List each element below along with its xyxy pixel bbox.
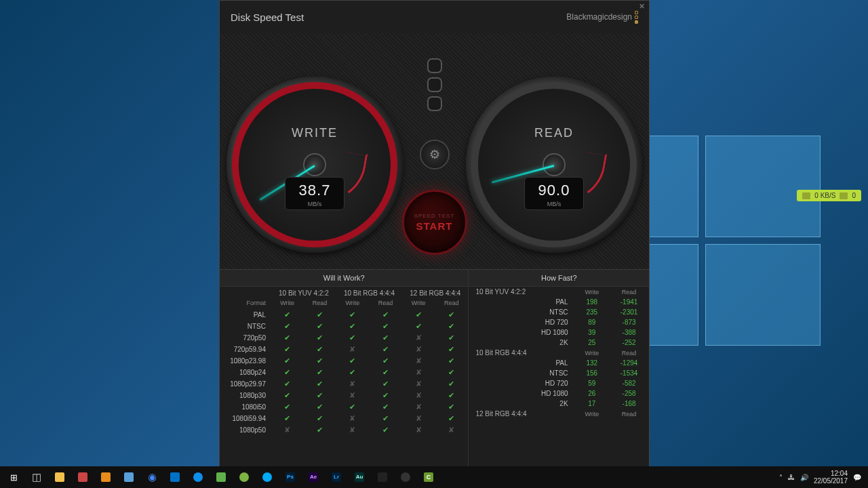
format-cell: NTSC xyxy=(469,307,574,317)
table-row: HD 72059-582 xyxy=(469,378,649,388)
network-speed-widget[interactable]: 0 KB/S 0 xyxy=(797,190,861,201)
outlook-icon[interactable] xyxy=(164,468,186,487)
settings-button[interactable]: ⚙ xyxy=(420,140,450,169)
camtasia-icon[interactable]: C xyxy=(418,468,439,487)
photoshop-icon[interactable]: Ps xyxy=(279,468,301,487)
check-icon: ✔ xyxy=(435,378,468,390)
audition-icon[interactable]: Au xyxy=(349,468,370,487)
check-icon: ✔ xyxy=(303,309,336,321)
check-icon: ✔ xyxy=(336,367,369,378)
check-icon: ✔ xyxy=(271,309,303,321)
x-icon: ✘ xyxy=(402,413,435,424)
task-view-icon[interactable]: ◫ xyxy=(26,468,47,487)
clock[interactable]: 12:04 22/05/2017 xyxy=(814,470,848,485)
check-icon: ✔ xyxy=(303,401,336,413)
check-icon: ✔ xyxy=(435,344,468,355)
table-row: HD 108039-388 xyxy=(469,327,649,338)
check-icon: ✔ xyxy=(369,413,402,424)
read-fps-cell: -388 xyxy=(609,327,649,338)
work-subheader: Read xyxy=(435,298,468,309)
read-gauge: READ 90.0 MB/s xyxy=(466,77,642,253)
work-table: 10 Bit YUV 4:2:2 10 Bit RGB 4:4:4 12 Bit… xyxy=(220,287,468,436)
check-icon: ✔ xyxy=(336,309,369,321)
table-row: 1080i59.94✔✔✘✔✘✔ xyxy=(220,413,468,424)
check-icon: ✔ xyxy=(369,401,402,413)
check-icon: ✔ xyxy=(271,413,303,424)
file-icon xyxy=(840,192,848,199)
x-icon: ✘ xyxy=(402,355,435,367)
check-icon: ✔ xyxy=(435,355,468,367)
x-icon: ✘ xyxy=(271,424,303,436)
x-icon: ✘ xyxy=(402,390,435,401)
aftereffects-icon[interactable]: Ae xyxy=(302,468,324,487)
lightroom-icon[interactable]: Lr xyxy=(326,468,347,487)
fast-group-header: 10 Bit YUV 4:2:2 xyxy=(469,287,574,297)
format-cell: 1080i50 xyxy=(220,401,271,413)
work-subheader: Write xyxy=(271,298,303,309)
start-button[interactable]: SPEED TEST START xyxy=(402,190,467,255)
read-fps-cell: -1294 xyxy=(609,358,649,368)
format-cell: 2K xyxy=(469,338,574,348)
write-fps-cell: 89 xyxy=(575,317,610,327)
check-icon: ✔ xyxy=(435,321,468,332)
app-icon[interactable] xyxy=(72,468,94,487)
will-it-work-panel: Will it Work? 10 Bit YUV 4:2:2 10 Bit RG… xyxy=(220,270,469,470)
check-icon: ✔ xyxy=(402,321,435,332)
system-tray[interactable]: ˄ 🖧 🔊 12:04 22/05/2017 💬 xyxy=(779,470,865,485)
chrome-icon[interactable]: ◉ xyxy=(141,468,163,487)
terminal-icon[interactable] xyxy=(372,468,393,487)
format-cell: 2K xyxy=(469,399,574,409)
app-header: Disk Speed Test Blackmagicdesign xyxy=(220,1,649,33)
check-icon: ✔ xyxy=(303,424,336,436)
check-icon: ✔ xyxy=(303,344,336,355)
start-small-label: SPEED TEST xyxy=(414,213,455,219)
app-icon[interactable] xyxy=(233,468,255,487)
check-icon: ✔ xyxy=(369,344,402,355)
read-fps-cell: -582 xyxy=(609,378,649,388)
fast-table: 10 Bit YUV 4:2:2WriteReadPAL198-1941NTSC… xyxy=(469,287,649,419)
format-cell: NTSC xyxy=(469,368,574,378)
results-area: Will it Work? 10 Bit YUV 4:2:2 10 Bit RG… xyxy=(220,269,649,470)
format-cell: 720p59.94 xyxy=(220,344,271,355)
disk-speed-app-icon[interactable] xyxy=(395,468,416,487)
table-row: 1080p24✔✔✔✔✘✔ xyxy=(220,367,468,378)
check-icon: ✔ xyxy=(303,321,336,332)
check-icon: ✔ xyxy=(369,424,402,436)
start-menu-button[interactable]: ⊞ xyxy=(3,468,24,487)
network-icon[interactable]: 🖧 xyxy=(788,474,795,481)
table-row: 1080i50✔✔✔✔✘✔ xyxy=(220,401,468,413)
work-group-header: 12 Bit RGB 4:4:4 xyxy=(402,287,468,298)
teamviewer-icon[interactable] xyxy=(187,468,209,487)
write-readout: 38.7 MB/s xyxy=(285,177,344,210)
center-controls: ⚙ SPEED TEST START xyxy=(408,48,462,255)
table-row: PAL198-1941 xyxy=(469,297,649,307)
check-icon: ✔ xyxy=(435,367,468,378)
format-cell: PAL xyxy=(469,297,574,307)
write-fps-cell: 26 xyxy=(575,388,610,399)
x-icon: ✘ xyxy=(402,378,435,390)
check-icon: ✔ xyxy=(303,378,336,390)
write-fps-cell: 198 xyxy=(575,297,610,307)
app-icon[interactable] xyxy=(118,468,140,487)
app-icon[interactable] xyxy=(210,468,232,487)
fast-group-header: 12 Bit RGB 4:4:4 xyxy=(469,409,574,419)
app-icon[interactable] xyxy=(95,468,117,487)
table-row: 2K17-168 xyxy=(469,399,649,409)
check-icon: ✔ xyxy=(271,332,303,344)
read-fps-cell: -252 xyxy=(609,338,649,348)
table-row: 1080p30✔✔✘✔✘✔ xyxy=(220,390,468,401)
app-icon[interactable] xyxy=(256,468,278,487)
format-cell: 1080p24 xyxy=(220,367,271,378)
write-unit: MB/s xyxy=(288,201,341,207)
write-value: 38.7 xyxy=(288,182,341,199)
table-row: NTSC✔✔✔✔✔✔ xyxy=(220,321,468,332)
volume-icon[interactable]: 🔊 xyxy=(800,474,808,481)
file-explorer-icon[interactable] xyxy=(49,468,71,487)
format-cell: HD 720 xyxy=(469,378,574,388)
brand-logo-icon xyxy=(635,11,638,24)
read-fps-cell: -258 xyxy=(609,388,649,399)
close-button[interactable]: ✕ xyxy=(637,2,646,12)
tray-chevron-icon[interactable]: ˄ xyxy=(779,474,783,481)
gauge-panel: WRITE 38.7 MB/s ⚙ SPEED TEST ST xyxy=(220,33,649,269)
notifications-icon[interactable]: 💬 xyxy=(853,474,861,481)
